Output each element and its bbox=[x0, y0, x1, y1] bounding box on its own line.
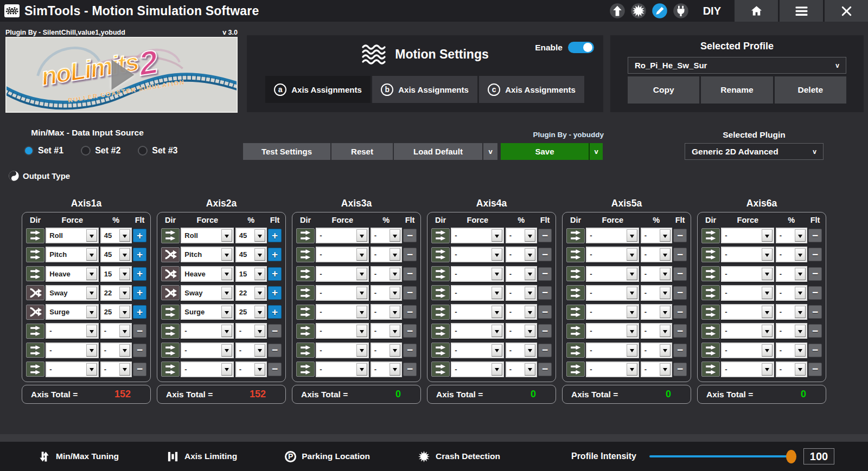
force-select[interactable]: - bbox=[586, 285, 639, 301]
filter-plus-button[interactable]: + bbox=[133, 229, 146, 242]
dropdown-arrow-icon[interactable] bbox=[119, 325, 130, 337]
dropdown-arrow-icon[interactable] bbox=[390, 344, 400, 357]
percent-select[interactable]: - bbox=[506, 362, 537, 377]
dropdown-arrow-icon[interactable] bbox=[390, 306, 400, 318]
direction-parallel-arrows-icon[interactable] bbox=[296, 324, 315, 339]
direction-parallel-arrows-icon[interactable] bbox=[701, 285, 720, 300]
filter-minus-button[interactable]: − bbox=[403, 286, 417, 300]
dropdown-arrow-icon[interactable] bbox=[627, 344, 637, 357]
dropdown-arrow-icon[interactable] bbox=[119, 268, 130, 280]
percent-select[interactable]: - bbox=[506, 323, 537, 339]
dropdown-arrow-icon[interactable] bbox=[762, 325, 773, 337]
dropdown-arrow-icon[interactable] bbox=[356, 306, 367, 318]
radio-set-1[interactable]: Set #1 bbox=[24, 146, 63, 156]
dropdown-arrow-icon[interactable] bbox=[390, 363, 400, 376]
direction-parallel-arrows-icon[interactable] bbox=[701, 324, 720, 339]
direction-parallel-arrows-icon[interactable] bbox=[431, 285, 450, 300]
percent-select[interactable]: - bbox=[506, 304, 537, 320]
dropdown-arrow-icon[interactable] bbox=[492, 363, 502, 376]
force-select[interactable]: - bbox=[46, 323, 99, 339]
dropdown-arrow-icon[interactable] bbox=[492, 287, 502, 299]
selected-plugin-dropdown[interactable]: Generic 2D Advanced v bbox=[685, 143, 824, 160]
direction-parallel-arrows-icon[interactable] bbox=[701, 362, 720, 377]
filter-minus-button[interactable]: − bbox=[538, 286, 552, 300]
dropdown-arrow-icon[interactable] bbox=[660, 229, 671, 242]
direction-parallel-arrows-icon[interactable] bbox=[566, 228, 585, 243]
direction-parallel-arrows-icon[interactable] bbox=[431, 228, 450, 243]
dropdown-arrow-icon[interactable] bbox=[762, 229, 773, 242]
percent-select[interactable]: - bbox=[776, 343, 807, 358]
parking-location-button[interactable]: PParking Location bbox=[285, 450, 370, 463]
dropdown-arrow-icon[interactable] bbox=[627, 306, 637, 318]
percent-select[interactable]: - bbox=[235, 362, 267, 377]
direction-parallel-arrows-icon[interactable] bbox=[431, 266, 450, 281]
percent-select[interactable]: 45 bbox=[100, 228, 132, 243]
force-select[interactable]: Sway bbox=[181, 285, 234, 301]
dropdown-arrow-icon[interactable] bbox=[356, 248, 367, 261]
filter-minus-button[interactable]: − bbox=[538, 229, 552, 242]
crash-detection-button[interactable]: Crash Detection bbox=[418, 450, 500, 463]
dropdown-arrow-icon[interactable] bbox=[762, 363, 773, 376]
dropdown-arrow-icon[interactable] bbox=[660, 325, 671, 337]
filter-minus-button[interactable]: − bbox=[808, 267, 822, 281]
dropdown-arrow-icon[interactable] bbox=[356, 287, 367, 299]
upload-icon[interactable] bbox=[609, 3, 626, 19]
force-select[interactable]: - bbox=[451, 323, 504, 339]
direction-parallel-arrows-icon[interactable] bbox=[296, 362, 315, 377]
filter-minus-button[interactable]: − bbox=[268, 344, 282, 357]
filter-minus-button[interactable]: − bbox=[673, 229, 687, 242]
dropdown-arrow-icon[interactable] bbox=[492, 344, 502, 357]
direction-parallel-arrows-icon[interactable] bbox=[296, 343, 315, 358]
direction-parallel-arrows-icon[interactable] bbox=[566, 305, 585, 320]
profile-copy-button[interactable]: Copy bbox=[628, 76, 699, 104]
percent-select[interactable]: - bbox=[641, 362, 672, 377]
plug-icon[interactable] bbox=[673, 3, 689, 19]
dropdown-arrow-icon[interactable] bbox=[762, 306, 773, 318]
dropdown-arrow-icon[interactable] bbox=[221, 229, 232, 242]
filter-plus-button[interactable]: + bbox=[133, 267, 146, 281]
filter-minus-button[interactable]: − bbox=[403, 344, 417, 357]
load-default-button[interactable]: Load Default bbox=[394, 143, 482, 160]
direction-parallel-arrows-icon[interactable] bbox=[566, 285, 585, 300]
dropdown-arrow-icon[interactable] bbox=[795, 363, 806, 376]
direction-parallel-arrows-icon[interactable] bbox=[431, 343, 450, 358]
filter-minus-button[interactable]: − bbox=[403, 363, 417, 376]
profile-dropdown[interactable]: Ro_Pi_He_Sw_Sur v bbox=[628, 57, 846, 74]
slider-thumb[interactable] bbox=[786, 450, 796, 463]
direction-parallel-arrows-icon[interactable] bbox=[566, 324, 585, 339]
percent-select[interactable]: - bbox=[776, 285, 807, 301]
direction-parallel-arrows-icon[interactable] bbox=[26, 266, 44, 281]
dropdown-arrow-icon[interactable] bbox=[660, 306, 671, 318]
dropdown-arrow-icon[interactable] bbox=[795, 344, 806, 357]
save-button[interactable]: Save bbox=[501, 143, 589, 160]
force-select[interactable]: - bbox=[721, 343, 774, 358]
dropdown-arrow-icon[interactable] bbox=[390, 229, 400, 242]
filter-minus-button[interactable]: − bbox=[403, 267, 417, 281]
dropdown-arrow-icon[interactable] bbox=[795, 325, 806, 337]
save-dropdown-button[interactable]: v bbox=[589, 143, 603, 160]
percent-select[interactable]: - bbox=[776, 266, 807, 282]
force-select[interactable]: - bbox=[46, 343, 99, 358]
dropdown-arrow-icon[interactable] bbox=[525, 287, 535, 299]
percent-select[interactable]: - bbox=[641, 285, 672, 301]
percent-select[interactable]: 22 bbox=[235, 285, 267, 301]
dropdown-arrow-icon[interactable] bbox=[86, 287, 97, 299]
menu-button[interactable] bbox=[780, 0, 823, 22]
test-settings-button[interactable]: Test Settings bbox=[243, 143, 330, 160]
dropdown-arrow-icon[interactable] bbox=[86, 325, 97, 337]
force-select[interactable]: - bbox=[451, 266, 504, 282]
dropdown-arrow-icon[interactable] bbox=[660, 344, 671, 357]
percent-select[interactable]: - bbox=[371, 266, 402, 282]
play-button[interactable] bbox=[112, 60, 135, 90]
direction-parallel-arrows-icon[interactable] bbox=[296, 285, 315, 300]
direction-parallel-arrows-icon[interactable] bbox=[26, 343, 44, 358]
force-select[interactable]: - bbox=[451, 362, 504, 377]
filter-minus-button[interactable]: − bbox=[808, 248, 822, 261]
direction-parallel-arrows-icon[interactable] bbox=[701, 228, 720, 243]
filter-minus-button[interactable]: − bbox=[808, 229, 822, 242]
percent-select[interactable]: 25 bbox=[100, 304, 132, 320]
direction-parallel-arrows-icon[interactable] bbox=[161, 362, 180, 377]
percent-select[interactable]: - bbox=[100, 362, 132, 377]
radio-set-2[interactable]: Set #2 bbox=[81, 146, 120, 156]
percent-select[interactable]: - bbox=[371, 247, 402, 262]
